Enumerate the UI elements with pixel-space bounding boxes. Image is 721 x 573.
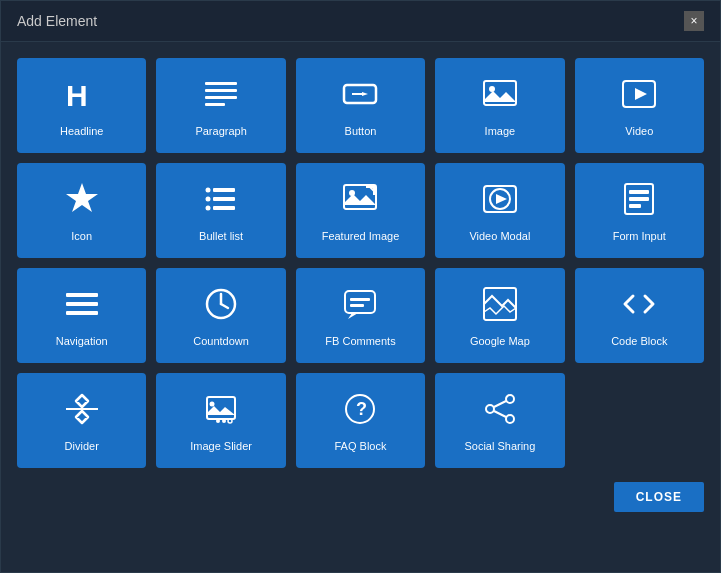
svg-rect-36 (207, 397, 235, 419)
tile-google-map[interactable]: Google Map (435, 268, 564, 363)
headline-icon: H (64, 76, 100, 117)
svg-rect-15 (213, 206, 235, 210)
tile-image-slider[interactable]: Image Slider (156, 373, 285, 468)
tile-label-faq-block: FAQ Block (335, 440, 387, 453)
element-grid: H Headline Paragraph Button Image (1, 42, 720, 468)
dialog-footer: CLOSE (1, 468, 720, 526)
tile-label-fb-comments: FB Comments (325, 335, 395, 348)
svg-point-43 (506, 395, 514, 403)
svg-line-46 (494, 401, 506, 407)
svg-rect-25 (66, 293, 98, 297)
svg-rect-31 (345, 291, 375, 313)
button-icon (342, 76, 378, 117)
video-modal-icon (482, 181, 518, 222)
code-block-icon (621, 286, 657, 327)
svg-rect-26 (66, 302, 98, 306)
tile-countdown[interactable]: Countdown (156, 268, 285, 363)
svg-marker-9 (635, 88, 647, 100)
featured-image-icon (342, 181, 378, 222)
tile-social-sharing[interactable]: Social Sharing (435, 373, 564, 468)
tile-label-code-block: Code Block (611, 335, 667, 348)
tile-label-social-sharing: Social Sharing (464, 440, 535, 453)
svg-point-10 (206, 188, 211, 193)
tile-label-featured-image: Featured Image (322, 230, 400, 243)
svg-point-14 (206, 206, 211, 211)
tile-label-button: Button (345, 125, 377, 138)
svg-point-45 (506, 415, 514, 423)
divider-icon (64, 391, 100, 432)
tile-label-image-slider: Image Slider (190, 440, 252, 453)
tile-label-google-map: Google Map (470, 335, 530, 348)
svg-rect-22 (629, 190, 649, 194)
video-icon (621, 76, 657, 117)
navigation-icon (64, 286, 100, 327)
social-sharing-icon (482, 391, 518, 432)
tile-label-headline: Headline (60, 125, 103, 138)
svg-rect-33 (350, 304, 364, 307)
tile-label-countdown: Countdown (193, 335, 249, 348)
svg-rect-24 (629, 204, 641, 208)
icon-icon (64, 181, 100, 222)
tile-button[interactable]: Button (296, 58, 425, 153)
svg-point-44 (486, 405, 494, 413)
svg-point-40 (228, 419, 232, 423)
svg-point-37 (210, 402, 215, 407)
tile-code-block[interactable]: Code Block (575, 268, 704, 363)
svg-point-7 (489, 86, 495, 92)
tile-label-video-modal: Video Modal (469, 230, 530, 243)
tile-label-form-input: Form Input (613, 230, 666, 243)
tile-video-modal[interactable]: Video Modal (435, 163, 564, 258)
bullet-list-icon (203, 181, 239, 222)
faq-block-icon: ? (342, 391, 378, 432)
close-button[interactable]: CLOSE (614, 482, 704, 512)
image-icon (482, 76, 518, 117)
dialog-title: Add Element (17, 13, 97, 29)
tile-label-icon: Icon (71, 230, 92, 243)
fb-comments-icon (342, 286, 378, 327)
svg-line-47 (494, 411, 506, 417)
svg-point-12 (206, 197, 211, 202)
tile-navigation[interactable]: Navigation (17, 268, 146, 363)
dialog-header: Add Element × (1, 1, 720, 42)
tile-label-video: Video (625, 125, 653, 138)
svg-rect-11 (213, 188, 235, 192)
countdown-icon (203, 286, 239, 327)
tile-faq-block[interactable]: ? FAQ Block (296, 373, 425, 468)
tile-form-input[interactable]: Form Input (575, 163, 704, 258)
tile-featured-image[interactable]: Featured Image (296, 163, 425, 258)
svg-rect-13 (213, 197, 235, 201)
svg-rect-4 (205, 103, 225, 106)
tile-label-bullet-list: Bullet list (199, 230, 243, 243)
form-input-icon (621, 181, 657, 222)
image-slider-icon (203, 391, 239, 432)
google-map-icon (482, 286, 518, 327)
svg-point-39 (222, 419, 226, 423)
tile-headline[interactable]: H Headline (17, 58, 146, 153)
paragraph-icon (203, 76, 239, 117)
svg-line-30 (221, 304, 228, 308)
tile-divider[interactable]: Divider (17, 373, 146, 468)
tile-video[interactable]: Video (575, 58, 704, 153)
svg-text:?: ? (356, 399, 367, 419)
tile-bullet-list[interactable]: Bullet list (156, 163, 285, 258)
tile-image[interactable]: Image (435, 58, 564, 153)
tile-paragraph[interactable]: Paragraph (156, 58, 285, 153)
tile-label-divider: Divider (65, 440, 99, 453)
tile-fb-comments[interactable]: FB Comments (296, 268, 425, 363)
svg-rect-1 (205, 82, 237, 85)
svg-rect-27 (66, 311, 98, 315)
svg-marker-20 (496, 194, 507, 204)
tile-label-navigation: Navigation (56, 335, 108, 348)
dialog-close-x-button[interactable]: × (684, 11, 704, 31)
add-element-dialog: Add Element × H Headline Paragraph Butto… (0, 0, 721, 573)
tile-icon-element[interactable]: Icon (17, 163, 146, 258)
svg-rect-2 (205, 89, 237, 92)
svg-rect-32 (350, 298, 370, 301)
tile-label-image: Image (485, 125, 516, 138)
svg-text:H: H (66, 79, 88, 112)
svg-rect-3 (205, 96, 237, 99)
svg-rect-23 (629, 197, 649, 201)
svg-point-38 (216, 419, 220, 423)
tile-label-paragraph: Paragraph (195, 125, 246, 138)
